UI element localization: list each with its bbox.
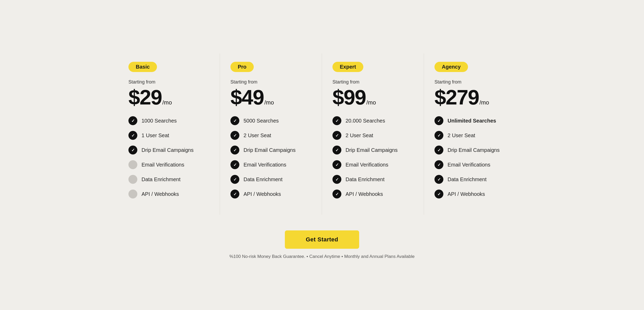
list-item: Drip Email Campaigns — [434, 146, 516, 154]
list-item: Email Verifications — [332, 160, 413, 169]
feature-label: Drip Email Campaigns — [244, 147, 296, 153]
check-icon — [332, 146, 341, 154]
list-item: API / Webhooks — [434, 190, 516, 198]
features-list-expert: 20.000 Searches2 User SeatDrip Email Cam… — [332, 116, 413, 204]
guarantee-text: %100 No-risk Money Back Guarantee. • Can… — [229, 254, 415, 259]
check-icon — [434, 146, 443, 154]
feature-label: 2 User Seat — [244, 132, 271, 139]
bottom-section: Get Started %100 No-risk Money Back Guar… — [229, 230, 415, 259]
price-amount-pro: $49 — [230, 87, 264, 108]
check-icon — [434, 190, 443, 198]
list-item: Drip Email Campaigns — [332, 146, 413, 154]
price-line-basic: $29/mo — [128, 87, 172, 108]
check-icon — [128, 131, 137, 140]
plan-column-basic: BasicStarting from$29/mo1000 Searches1 U… — [118, 53, 220, 215]
list-item: Data Enrichment — [230, 175, 311, 184]
feature-label: Data Enrichment — [142, 176, 180, 182]
feature-label: Email Verifications — [346, 162, 388, 168]
price-unit-expert: /mo — [366, 99, 376, 106]
feature-label: 2 User Seat — [346, 132, 373, 139]
feature-label: 1000 Searches — [142, 118, 177, 124]
list-item: API / Webhooks — [332, 190, 413, 198]
plan-column-pro: ProStarting from$49/mo5000 Searches2 Use… — [220, 53, 322, 215]
check-icon — [230, 175, 239, 184]
check-icon — [128, 116, 137, 125]
feature-label: API / Webhooks — [448, 191, 485, 197]
check-icon — [434, 160, 443, 169]
check-icon — [230, 131, 239, 140]
starting-from-basic: Starting from — [128, 79, 155, 85]
feature-label: Email Verifications — [244, 162, 286, 168]
feature-label: 5000 Searches — [244, 118, 279, 124]
feature-label: 2 User Seat — [448, 132, 475, 139]
check-icon — [230, 146, 239, 154]
starting-from-expert: Starting from — [332, 79, 359, 85]
list-item: 20.000 Searches — [332, 116, 413, 125]
starting-from-pro: Starting from — [230, 79, 257, 85]
feature-label: Email Verifications — [448, 162, 490, 168]
check-icon — [332, 160, 341, 169]
list-item: Data Enrichment — [332, 175, 413, 184]
starting-from-agency: Starting from — [434, 79, 461, 85]
feature-label: Unlimited Searches — [448, 118, 496, 124]
list-item: Data Enrichment — [434, 175, 516, 184]
list-item: Drip Email Campaigns — [128, 146, 209, 154]
check-icon — [332, 131, 341, 140]
list-item: 2 User Seat — [332, 131, 413, 140]
check-icon — [230, 190, 239, 198]
price-unit-agency: /mo — [479, 99, 489, 106]
pricing-grid: BasicStarting from$29/mo1000 Searches1 U… — [118, 53, 526, 215]
price-amount-expert: $99 — [332, 87, 366, 108]
plan-column-agency: AgencyStarting from$279/moUnlimited Sear… — [424, 53, 526, 215]
plan-column-expert: ExpertStarting from$99/mo20.000 Searches… — [322, 53, 424, 215]
disabled-icon — [128, 160, 137, 169]
check-icon — [230, 160, 239, 169]
list-item: 2 User Seat — [434, 131, 516, 140]
price-line-agency: $279/mo — [434, 87, 489, 108]
price-line-expert: $99/mo — [332, 87, 376, 108]
list-item: 1000 Searches — [128, 116, 209, 125]
check-icon — [332, 190, 341, 198]
feature-label: Drip Email Campaigns — [346, 147, 398, 153]
check-icon — [332, 116, 341, 125]
feature-label: 1 User Seat — [142, 132, 169, 139]
feature-label: Email Verifications — [142, 162, 184, 168]
feature-label: Drip Email Campaigns — [448, 147, 500, 153]
plan-badge-basic: Basic — [128, 62, 157, 72]
features-list-pro: 5000 Searches2 User SeatDrip Email Campa… — [230, 116, 311, 204]
feature-label: API / Webhooks — [346, 191, 383, 197]
list-item: Email Verifications — [230, 160, 311, 169]
check-icon — [434, 175, 443, 184]
features-list-agency: Unlimited Searches2 User SeatDrip Email … — [434, 116, 516, 204]
list-item: Drip Email Campaigns — [230, 146, 311, 154]
check-icon — [434, 116, 443, 125]
list-item: Email Verifications — [434, 160, 516, 169]
disabled-icon — [128, 190, 137, 198]
plan-badge-expert: Expert — [332, 62, 363, 72]
feature-label: Drip Email Campaigns — [142, 147, 194, 153]
plan-badge-agency: Agency — [434, 62, 468, 72]
check-icon — [434, 131, 443, 140]
feature-label: API / Webhooks — [142, 191, 179, 197]
price-unit-pro: /mo — [264, 99, 274, 106]
plan-badge-pro: Pro — [230, 62, 254, 72]
check-icon — [332, 175, 341, 184]
list-item: 2 User Seat — [230, 131, 311, 140]
list-item: Email Verifications — [128, 160, 209, 169]
list-item: 5000 Searches — [230, 116, 311, 125]
price-line-pro: $49/mo — [230, 87, 274, 108]
check-icon — [128, 146, 137, 154]
list-item: Data Enrichment — [128, 175, 209, 184]
feature-label: Data Enrichment — [346, 176, 385, 182]
features-list-basic: 1000 Searches1 User SeatDrip Email Campa… — [128, 116, 209, 204]
feature-label: Data Enrichment — [448, 176, 487, 182]
get-started-button[interactable]: Get Started — [285, 230, 359, 249]
feature-label: API / Webhooks — [244, 191, 281, 197]
disabled-icon — [128, 175, 137, 184]
list-item: Unlimited Searches — [434, 116, 516, 125]
list-item: 1 User Seat — [128, 131, 209, 140]
check-icon — [230, 116, 239, 125]
price-amount-basic: $29 — [128, 87, 162, 108]
feature-label: 20.000 Searches — [346, 118, 385, 124]
feature-label: Data Enrichment — [244, 176, 283, 182]
